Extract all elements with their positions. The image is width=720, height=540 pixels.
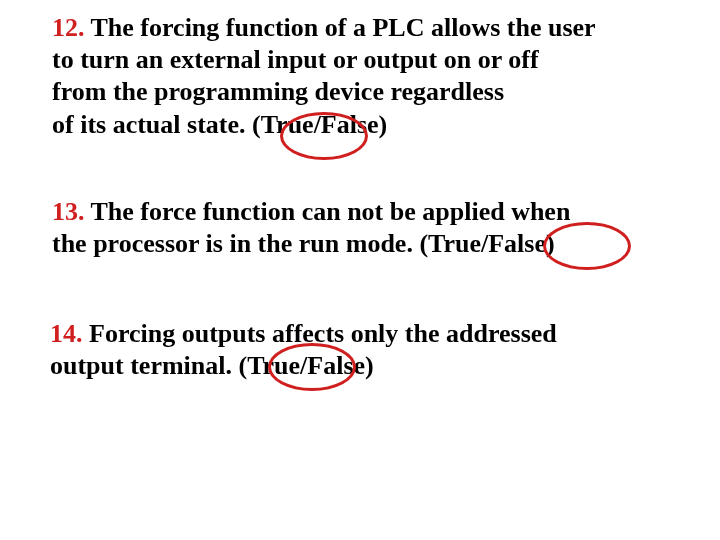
question-13: 13. The force function can not be applie… (52, 196, 692, 260)
q13-line1: The force function can not be applied wh… (85, 197, 571, 226)
q13-line2: the processor is in the run mode. (True/… (52, 229, 555, 258)
question-12: 12. The forcing function of a PLC allows… (52, 12, 692, 141)
question-number-13: 13. (52, 197, 85, 226)
question-14: 14. Forcing outputs affects only the add… (50, 318, 690, 382)
q12-line4: of its actual state. (True/False) (52, 110, 387, 139)
question-number-12: 12. (52, 13, 85, 42)
q12-line1: The forcing function of a PLC allows the… (85, 13, 596, 42)
q12-line2: to turn an external input or output on o… (52, 45, 539, 74)
q12-line3: from the programming device regardless (52, 77, 504, 106)
quiz-page: 12. The forcing function of a PLC allows… (0, 0, 720, 540)
q14-line2: output terminal. (True/False) (50, 351, 374, 380)
question-number-14: 14. (50, 319, 83, 348)
q14-line1: Forcing outputs affects only the address… (83, 319, 557, 348)
